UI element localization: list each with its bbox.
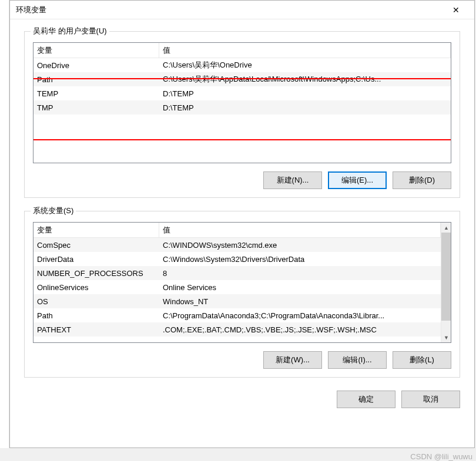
- cell-val: 8: [159, 267, 441, 280]
- chevron-up-icon: ▲: [444, 225, 449, 231]
- new-system-var-button[interactable]: 新建(W)...: [263, 351, 322, 369]
- cell-var: OnlineServices: [33, 281, 159, 294]
- cell-var: NUMBER_OF_PROCESSORS: [33, 267, 159, 280]
- cell-var: ComSpec: [33, 239, 159, 251]
- delete-system-var-button[interactable]: 删除(L): [393, 351, 451, 369]
- user-vars-body: OneDrive C:\Users\吴莉华\OneDrive Path C:\U…: [33, 58, 451, 115]
- table-row[interactable]: TEMP D:\TEMP: [33, 86, 451, 100]
- table-row[interactable]: PATHEXT .COM;.EXE;.BAT;.CMD;.VBS;.VBE;.J…: [33, 322, 441, 337]
- column-header-variable[interactable]: 变量: [33, 43, 159, 58]
- cell-val: C:\Users\吴莉华\AppData\Local\Microsoft\Win…: [159, 72, 451, 86]
- system-vars-body: ComSpec C:\WINDOWS\system32\cmd.exe Driv…: [33, 238, 451, 337]
- delete-user-var-button[interactable]: 删除(D): [393, 171, 451, 189]
- system-vars-buttons: 新建(W)... 编辑(I)... 删除(L): [33, 351, 451, 369]
- user-vars-buttons: 新建(N)... 编辑(E)... 删除(D): [33, 171, 451, 189]
- table-row[interactable]: Path C:\ProgramData\Anaconda3;C:\Program…: [33, 308, 441, 322]
- cell-val: .COM;.EXE;.BAT;.CMD;.VBS;.VBE;.JS;.JSE;.…: [159, 324, 441, 336]
- scroll-up-button[interactable]: ▲: [441, 223, 451, 233]
- cell-val: Windows_NT: [159, 295, 441, 308]
- dialog-title: 环境变量: [16, 5, 46, 15]
- cell-var: Path: [33, 309, 159, 322]
- user-vars-table[interactable]: 变量 值 OneDrive C:\Users\吴莉华\OneDrive Path…: [33, 42, 451, 163]
- table-row[interactable]: TMP D:\TEMP: [33, 100, 451, 115]
- user-vars-group: 吴莉华 的用户变量(U) 变量 值 OneDrive C:\Users\吴莉华\…: [24, 31, 460, 198]
- env-vars-dialog: 环境变量 ✕ 吴莉华 的用户变量(U) 变量 值 OneDrive C:\Use…: [9, 0, 475, 448]
- table-header: 变量 值: [33, 223, 451, 238]
- cell-var: TEMP: [33, 88, 159, 100]
- cell-var: TMP: [33, 102, 159, 114]
- chevron-down-icon: ▼: [444, 335, 449, 341]
- system-vars-group-label: 系统变量(S): [31, 206, 76, 216]
- table-row[interactable]: NUMBER_OF_PROCESSORS 8: [33, 266, 441, 280]
- vertical-scrollbar[interactable]: ▲ ▼: [441, 223, 451, 342]
- cancel-button[interactable]: 取消: [401, 391, 460, 408]
- table-row[interactable]: Path C:\Users\吴莉华\AppData\Local\Microsof…: [33, 72, 451, 86]
- system-vars-table[interactable]: 变量 值 ComSpec C:\WINDOWS\system32\cmd.exe…: [33, 222, 451, 343]
- titlebar: 环境变量 ✕: [10, 1, 474, 19]
- table-row[interactable]: OS Windows_NT: [33, 294, 441, 308]
- cell-val: Online Services: [159, 281, 441, 294]
- scroll-down-button[interactable]: ▼: [441, 332, 451, 342]
- close-icon: ✕: [452, 5, 460, 15]
- column-header-variable[interactable]: 变量: [33, 223, 159, 238]
- column-header-value[interactable]: 值: [159, 43, 451, 58]
- cell-val: C:\Windows\System32\Drivers\DriverData: [159, 253, 441, 265]
- ok-button[interactable]: 确定: [337, 391, 395, 408]
- cell-val: D:\TEMP: [159, 88, 451, 100]
- cell-var: OneDrive: [33, 59, 159, 72]
- table-row[interactable]: OneDrive C:\Users\吴莉华\OneDrive: [33, 58, 451, 72]
- dialog-content: 吴莉华 的用户变量(U) 变量 值 OneDrive C:\Users\吴莉华\…: [10, 19, 474, 447]
- edit-user-var-button[interactable]: 编辑(E)...: [328, 171, 387, 189]
- cell-val: C:\ProgramData\Anaconda3;C:\ProgramData\…: [159, 309, 441, 322]
- cell-val: D:\TEMP: [159, 102, 451, 114]
- scrollbar-thumb[interactable]: [441, 233, 451, 321]
- table-header: 变量 值: [33, 43, 451, 58]
- table-row[interactable]: DriverData C:\Windows\System32\Drivers\D…: [33, 252, 441, 266]
- column-header-value[interactable]: 值: [159, 223, 441, 238]
- watermark: CSDN @lili_wuwu: [410, 452, 472, 461]
- cell-var: OS: [33, 295, 159, 308]
- cell-var: Path: [33, 73, 159, 86]
- table-row[interactable]: ComSpec C:\WINDOWS\system32\cmd.exe: [33, 238, 441, 252]
- cell-var: DriverData: [33, 253, 159, 265]
- cell-val: C:\WINDOWS\system32\cmd.exe: [159, 239, 441, 251]
- dialog-buttons: 确定 取消: [24, 391, 460, 413]
- new-user-var-button[interactable]: 新建(N)...: [263, 171, 322, 189]
- close-button[interactable]: ✕: [443, 1, 470, 19]
- user-vars-group-label: 吴莉华 的用户变量(U): [31, 26, 109, 36]
- system-vars-group: 系统变量(S) 变量 值 ComSpec C:\WINDOWS\system32…: [24, 211, 460, 378]
- cell-val: C:\Users\吴莉华\OneDrive: [159, 58, 451, 72]
- edit-system-var-button[interactable]: 编辑(I)...: [328, 351, 387, 369]
- cell-var: PATHEXT: [33, 324, 159, 336]
- table-row[interactable]: OnlineServices Online Services: [33, 280, 441, 294]
